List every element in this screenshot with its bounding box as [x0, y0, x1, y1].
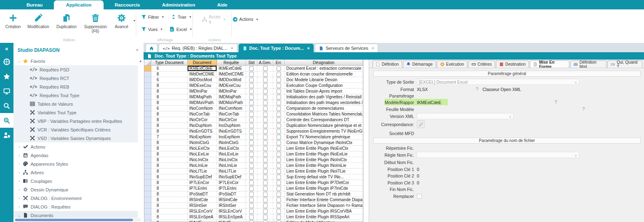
table-row[interactable]: 6IKMExtCdeEIKMExtCdeEDocument Excel : ex…: [144, 66, 363, 71]
cell-requete[interactable]: INoLExiCtx: [217, 146, 246, 151]
cell-type-document[interactable]: 8: [151, 191, 188, 197]
cell-document[interactable]: INoLIniCtx: [188, 157, 217, 163]
row-selector[interactable]: [144, 214, 151, 220]
cell-document[interactable]: INoLExiLie: [188, 151, 217, 157]
table-row[interactable]: 8INoDupNomInoDupNomDuplication Nomenclat…: [144, 123, 363, 129]
checkbox-unchecked[interactable]: [263, 146, 268, 151]
cell-err-checkbox[interactable]: [273, 140, 285, 146]
cell-designation[interactable]: Lien Entre Entite Plugin IRSCorVBA: [285, 209, 363, 214]
row-selector[interactable]: [144, 151, 151, 157]
cell-std-checkbox[interactable]: [246, 77, 257, 83]
checkbox-unchecked[interactable]: [249, 140, 254, 145]
cell-requete[interactable]: INoLIniCtx: [217, 157, 246, 163]
vues-button[interactable]: Vues▼: [141, 27, 163, 32]
cell-requete[interactable]: INoErrGDTS: [217, 129, 246, 134]
help-icon[interactable]: ?: [476, 87, 478, 91]
checkbox-unchecked[interactable]: [263, 78, 268, 82]
row-selector[interactable]: [144, 169, 151, 174]
table-row[interactable]: 6INoComNomINoComNomComparaison de nomenc…: [144, 106, 363, 111]
cell-designation[interactable]: Lien Entre Entite Plugin INoITLie: [285, 169, 363, 174]
settings-icon[interactable]: [0, 54, 13, 69]
checkbox-unchecked[interactable]: [249, 135, 254, 140]
cell-type-document[interactable]: 8: [151, 100, 188, 106]
chevron-down-icon[interactable]: ▼: [133, 19, 136, 22]
tab-doc-tout-type-docum-[interactable]: Doc. Tout Type : Docum...×: [239, 44, 314, 52]
cell-designation[interactable]: Lien Entre Entite Plugin INoExiLie: [285, 151, 363, 157]
tab-d-marrage[interactable]: Démarrage: [403, 60, 436, 68]
table-row[interactable]: 8IMDExeCouIMDExeCouExécution Coupe Confi…: [144, 83, 363, 89]
checkbox-unchecked[interactable]: [277, 83, 281, 88]
table-corner-cell[interactable]: [144, 60, 151, 65]
cell-type-document[interactable]: 8: [151, 71, 188, 77]
cell-std-checkbox[interactable]: [246, 151, 257, 157]
cell-type-document[interactable]: 8: [151, 94, 188, 100]
chevron-collapsed-icon[interactable]: ›: [17, 145, 22, 149]
cell-std-checkbox[interactable]: [246, 163, 257, 169]
cell-document[interactable]: IRSIntCde: [188, 197, 217, 203]
cell-type-document[interactable]: 8: [151, 169, 188, 174]
cell-type-document[interactable]: 8: [151, 186, 188, 191]
cell-document[interactable]: INoLIniLie: [188, 163, 217, 169]
cell-type-document[interactable]: 7: [151, 134, 188, 140]
cell-std-checkbox[interactable]: [246, 129, 257, 134]
cell-designation[interactable]: Suppression Enregistrements TV INoErrGDT: [285, 129, 363, 134]
cell-document[interactable]: INoSupEDef: [188, 174, 217, 180]
checkbox-unchecked[interactable]: [263, 192, 268, 197]
cell-document[interactable]: INoDupNom: [188, 123, 217, 129]
row-selector[interactable]: [144, 77, 151, 83]
cell-requete[interactable]: IRSLEnSpeA: [217, 214, 246, 220]
cell-designation[interactable]: Export TV Nomenclature générique: [285, 134, 363, 140]
table-row[interactable]: 8ISAidEISAidEEdition de l'Aide Utilisate…: [144, 220, 363, 222]
checkbox-unchecked[interactable]: [263, 95, 268, 100]
cell-designation[interactable]: Edition de l'Aide Utilisateur: [285, 220, 363, 222]
cell-document[interactable]: IRSLEnCorV: [188, 209, 217, 214]
cell-requete[interactable]: IMDMajPath: [217, 94, 246, 100]
cell-err-checkbox[interactable]: [273, 174, 285, 180]
table-row[interactable]: 8IMDIniParIMDIniParInit Tables Dessin Ap…: [144, 89, 363, 94]
cell-err-checkbox[interactable]: [273, 151, 285, 157]
cell-err-checkbox[interactable]: [273, 106, 285, 111]
checkbox-unchecked[interactable]: [249, 209, 254, 214]
sidebar-item-requ-tes-tout-type[interactable]: </>Requêtes Tout Type: [13, 91, 138, 100]
cell-err-checkbox[interactable]: [273, 220, 285, 222]
table-row[interactable]: 8IRSLEnCorVIRSLEnCorVLien Entre Entite P…: [144, 209, 363, 214]
cell-err-checkbox[interactable]: [273, 146, 285, 151]
checkbox-unchecked[interactable]: [277, 186, 281, 191]
cell-requete[interactable]: ISAidE: [217, 220, 246, 222]
cell-document[interactable]: INoCtrCor: [188, 117, 217, 123]
user-shield-icon[interactable]: [0, 128, 13, 142]
search-pin-icon[interactable]: [0, 113, 13, 128]
cell-designation[interactable]: Lien Entre Entite Plugin IP7DetCor: [285, 180, 363, 186]
correspondance-button[interactable]: [417, 120, 425, 128]
cell-requete[interactable]: IMDDocMod: [217, 77, 246, 83]
checkbox-unchecked[interactable]: [249, 106, 254, 111]
menu-item-application[interactable]: Application: [54, 0, 104, 9]
cell-requete[interactable]: INoCtrCor: [217, 117, 246, 123]
monitor-icon[interactable]: [0, 84, 13, 98]
checkbox-unchecked[interactable]: [249, 215, 254, 220]
checkbox-unchecked[interactable]: [277, 112, 281, 117]
checkbox-unchecked[interactable]: [277, 203, 281, 208]
checkbox-unchecked[interactable]: [249, 203, 254, 208]
checkbox-unchecked[interactable]: [263, 106, 268, 111]
close-icon[interactable]: ×: [135, 47, 139, 53]
checkbox-unchecked[interactable]: [249, 158, 254, 162]
row-selector[interactable]: [144, 209, 151, 214]
sidebar-item-agendas[interactable]: ›Agendas: [13, 151, 138, 160]
cell-designation[interactable]: Initialisation des path Vignettes / Rein…: [285, 94, 363, 100]
cell-agen-checkbox[interactable]: [257, 191, 273, 197]
chevron-expanded-icon[interactable]: ⌄: [17, 59, 22, 63]
cell-agen-checkbox[interactable]: [257, 129, 273, 134]
chevron-expanded-icon[interactable]: ⌄: [17, 213, 22, 218]
checkbox-unchecked[interactable]: [263, 220, 268, 222]
checkbox-unchecked[interactable]: [277, 89, 281, 94]
actions-button[interactable]: Actions▼: [232, 14, 259, 24]
chevron-collapsed-icon[interactable]: ›: [17, 196, 22, 200]
versionxml-select[interactable]: ∨: [417, 113, 513, 119]
cell-std-checkbox[interactable]: [246, 100, 257, 106]
cell-document[interactable]: IMDDocMod: [188, 77, 217, 83]
table-row[interactable]: 8INoLIniLieINoLIniLieLien Entre Entite P…: [144, 163, 363, 169]
checkbox-unchecked[interactable]: [263, 112, 268, 117]
tab-req-reb-r-gles-dial-[interactable]: </>Req. (REB) : Règles DIAL...×: [159, 44, 237, 52]
cell-designation[interactable]: Lien Entre Entite Plugin INoIniCtx: [285, 157, 363, 163]
